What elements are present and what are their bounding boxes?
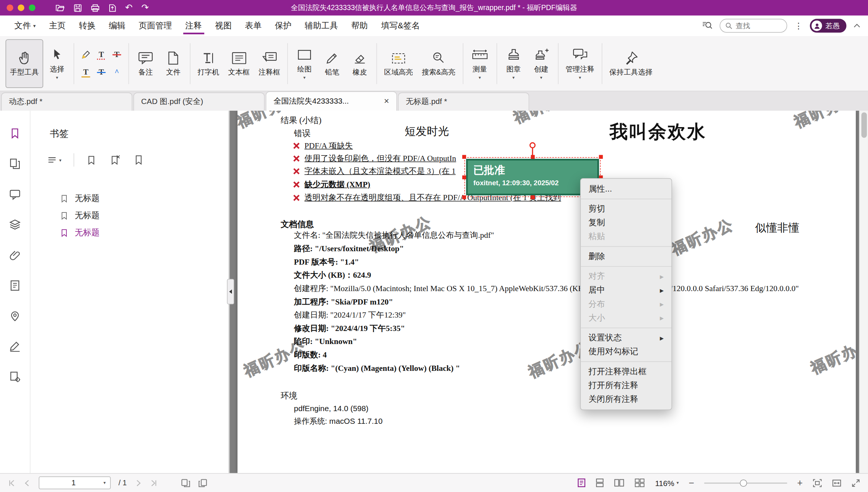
two-page-continuous-view-icon[interactable] [635, 478, 645, 488]
note-tool-button[interactable]: 备注 [132, 39, 159, 88]
context-menu-item-copy[interactable]: 复制 [581, 216, 671, 230]
zoom-in-button[interactable]: + [797, 478, 803, 488]
bookmark-item[interactable]: 无标题 [31, 207, 229, 224]
zoom-out-button[interactable]: − [689, 478, 694, 488]
stamp-tool-button[interactable]: 图章 ▾ [500, 39, 527, 88]
maximize-window-button[interactable] [29, 4, 35, 11]
bookmarks-panel-icon[interactable] [9, 127, 21, 139]
zoom-slider[interactable] [704, 482, 787, 483]
menu-fill-sign[interactable]: 填写&签名 [374, 16, 427, 36]
side-text-annotation[interactable]: 似懂非懂 [755, 220, 799, 235]
menu-edit[interactable]: 编辑 [102, 16, 132, 36]
doc-tab-1[interactable]: 动态.pdf * [1, 92, 132, 111]
open-file-button[interactable] [55, 4, 65, 12]
previous-view-button[interactable] [181, 479, 191, 488]
overflow-menu-icon[interactable]: ⋮ [795, 21, 803, 31]
menu-form[interactable]: 表单 [238, 16, 268, 36]
menu-convert[interactable]: 转换 [72, 16, 102, 36]
close-tab-icon[interactable]: × [384, 97, 389, 106]
context-menu-item-checkmark[interactable]: 使用对勾标记 [581, 345, 671, 359]
signature-panel-icon[interactable] [9, 340, 21, 353]
close-window-button[interactable] [7, 4, 13, 11]
context-menu-item-open-all[interactable]: 打开所有注释 [581, 379, 671, 392]
context-menu-item-close-all[interactable]: 关闭所有注释 [581, 392, 671, 406]
context-menu-item-set-status[interactable]: 设置状态▶ [581, 331, 671, 345]
eraser-tool-button[interactable]: 橡皮 [346, 39, 374, 88]
attachments-panel-icon[interactable] [9, 249, 21, 261]
big-text-annotation[interactable]: 我叫余欢水 [610, 120, 707, 145]
menu-accessibility[interactable]: 辅助工具 [298, 16, 345, 36]
underline-icon[interactable]: T [80, 67, 91, 78]
replace-text-icon[interactable]: T [96, 67, 107, 78]
destinations-panel-icon[interactable] [9, 310, 21, 322]
chevron-down-icon[interactable]: ▾ [56, 76, 58, 80]
bookmark-settings-icon[interactable] [133, 154, 144, 165]
chevron-down-icon[interactable]: ▾ [540, 76, 542, 80]
menu-view[interactable]: 视图 [208, 16, 238, 36]
document-viewport[interactable]: 福昕办公 福昕办公 福昕办公 福昕办公 福昕办公 福昕办公 福昕办公 福昕办公 … [230, 111, 868, 473]
highlight-icon[interactable] [80, 49, 91, 60]
tags-panel-icon[interactable] [9, 371, 21, 383]
fit-page-icon[interactable] [813, 479, 822, 488]
chevron-down-icon[interactable]: ▾ [479, 76, 481, 80]
chevron-down-icon[interactable]: ▾ [579, 76, 581, 80]
context-menu-item-properties[interactable]: 属性... [581, 182, 671, 196]
next-view-button[interactable] [198, 479, 208, 488]
collapse-panel-handle[interactable] [227, 279, 234, 304]
menu-protect[interactable]: 保护 [268, 16, 298, 36]
measure-tool-button[interactable]: 测量 ▾ [466, 39, 494, 88]
chevron-down-icon[interactable]: ▾ [304, 76, 306, 80]
zoom-slider-knob[interactable] [740, 479, 747, 486]
typewriter-annotation[interactable]: 短发时光 [405, 124, 449, 139]
redo-icon[interactable]: ↷ [141, 3, 149, 12]
zoom-level-control[interactable]: 116% ▾ [655, 479, 679, 488]
add-bookmark-icon[interactable] [87, 154, 98, 165]
doc-tab-4[interactable]: 无标题.pdf * [398, 92, 529, 111]
squiggly-icon[interactable]: T [96, 49, 107, 60]
previous-page-button[interactable] [23, 479, 31, 487]
context-menu-item-cut[interactable]: 剪切 [581, 202, 671, 216]
next-page-button[interactable] [135, 479, 142, 487]
resize-handle[interactable] [462, 195, 466, 199]
strikeout-icon[interactable]: T [111, 49, 122, 60]
first-page-button[interactable] [8, 479, 16, 487]
manage-comments-button[interactable]: 管理注释 ▾ [561, 39, 599, 88]
resize-handle[interactable] [462, 155, 466, 159]
callout-tool-button[interactable]: 注释框 [254, 39, 284, 88]
share-export-button[interactable] [108, 4, 116, 12]
pdf-page[interactable]: 福昕办公 福昕办公 福昕办公 福昕办公 福昕办公 福昕办公 福昕办公 福昕办公 … [238, 111, 856, 473]
print-button[interactable] [91, 4, 100, 12]
delete-bookmark-icon[interactable] [110, 154, 121, 165]
layers-panel-icon[interactable] [9, 218, 21, 231]
undo-icon[interactable]: ↶ [125, 3, 133, 12]
file-attachment-tool-button[interactable]: 文件 [160, 39, 187, 88]
hand-tool-button[interactable]: 手型工具 [6, 39, 43, 88]
error-link[interactable]: PDF/A 项缺失 [305, 141, 353, 151]
two-page-view-icon[interactable] [614, 478, 625, 488]
resize-handle[interactable] [531, 195, 534, 199]
menu-home[interactable]: 主页 [43, 16, 72, 36]
pencil-tool-button[interactable]: 铅笔 [318, 39, 346, 88]
drawing-tool-button[interactable]: 绘图 ▾ [290, 39, 318, 88]
area-highlight-tool-button[interactable]: 区域高亮 [380, 39, 417, 88]
doc-tab-3-active[interactable]: 全国法院失4233333... × [266, 91, 397, 111]
textbox-tool-button[interactable]: 文本框 [224, 39, 254, 88]
error-link[interactable]: 使用了设备印刷色，但没有 PDF/A OutputIn [305, 153, 456, 164]
create-stamp-button[interactable]: 创建 ▾ [527, 39, 555, 88]
continuous-view-icon[interactable] [596, 478, 604, 488]
fullscreen-icon[interactable] [851, 479, 860, 488]
resize-handle[interactable] [462, 175, 466, 179]
minimize-window-button[interactable] [18, 4, 25, 11]
last-page-button[interactable] [150, 479, 158, 487]
fit-width-icon[interactable] [832, 479, 841, 488]
insert-text-icon[interactable]: ^ [111, 67, 122, 78]
comments-panel-icon[interactable] [9, 188, 21, 201]
page-number-input[interactable]: 1 ▾ [39, 476, 111, 489]
fields-panel-icon[interactable] [9, 280, 21, 292]
scrollbar-thumb[interactable] [861, 112, 867, 138]
context-menu-item-open-popup[interactable]: 打开注释弹出框 [581, 365, 671, 378]
chevron-down-icon[interactable]: ▾ [104, 480, 106, 485]
page-thumbnails-icon[interactable] [9, 158, 21, 170]
bookmark-options-button[interactable]: ▾ [47, 155, 62, 164]
vertical-scrollbar[interactable] [859, 111, 868, 473]
